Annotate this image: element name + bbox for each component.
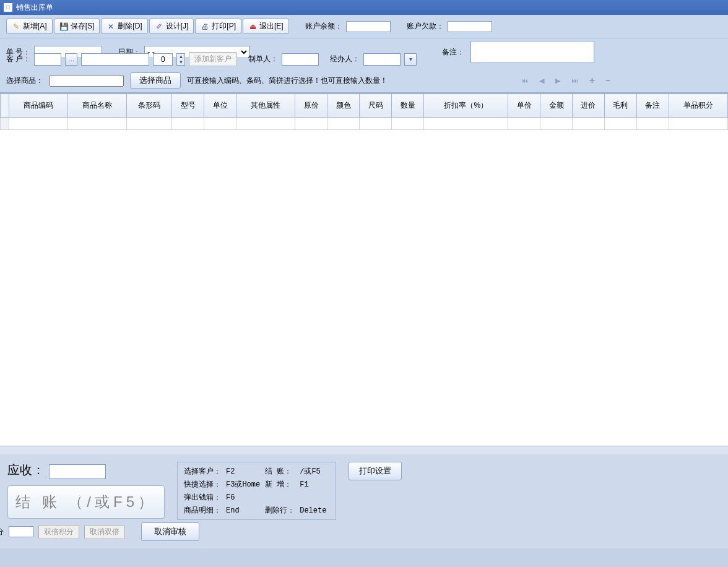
hint-detail-k: 商品明细：	[184, 505, 221, 516]
handler-label: 经办人：	[330, 54, 360, 64]
delete-label: 删除[D]	[118, 21, 142, 32]
add-customer-button: 添加新客户	[189, 52, 237, 66]
record-nav: ⏮ ◀ ▶ ⏭ ✚ ━	[521, 77, 610, 85]
double-points-button: 双倍积分	[38, 525, 79, 539]
grid-area: 商品编码 商品名称 条形码 型号 单位 其他属性 原价 颜色 尺码 数量 折扣率…	[0, 93, 728, 446]
cancel-audit-button[interactable]: 取消审核	[141, 522, 199, 541]
col-color[interactable]: 颜色	[327, 94, 360, 118]
handler-lookup-button[interactable]: ▾	[404, 53, 417, 66]
hint-new-k: 新 增：	[265, 479, 295, 490]
nav-next-icon[interactable]: ▶	[555, 77, 560, 85]
quantity-input[interactable]	[153, 53, 173, 66]
hint-quick-v: F3或Home	[226, 479, 260, 490]
delete-button[interactable]: ✕ 删除[D]	[101, 19, 147, 34]
app-icon: □	[4, 3, 12, 12]
balance-field[interactable]	[346, 21, 391, 32]
col-profit[interactable]: 毛利	[604, 94, 636, 118]
receivable-label: 应收：	[7, 463, 45, 477]
nav-prev-icon[interactable]: ◀	[539, 77, 544, 85]
print-icon: 🖨	[201, 22, 209, 31]
hint-select-customer-v: F2	[226, 467, 260, 476]
creator-input[interactable]	[282, 53, 319, 66]
hint-delrow-k: 删除行：	[265, 505, 295, 516]
customer-lookup-button[interactable]: …	[65, 53, 77, 66]
design-label: 设计[J]	[166, 21, 189, 32]
hint-quick-k: 快捷选择：	[184, 479, 221, 490]
col-unit-price[interactable]: 单价	[508, 94, 540, 118]
bottom-panel: 应收： 结 账 （/或F5） 选择客户： F2 结 账： /或F5 快捷选择： …	[0, 454, 728, 548]
receivable-input[interactable]	[49, 464, 106, 479]
col-size[interactable]: 尺码	[360, 94, 392, 118]
receivable-block: 应收： 结 账 （/或F5）	[7, 462, 165, 519]
hint-select-customer-k: 选择客户：	[184, 466, 221, 477]
save-button[interactable]: 💾 保存[S]	[54, 19, 100, 34]
col-product-code[interactable]: 商品编码	[9, 94, 68, 118]
exit-icon: ⏏	[248, 22, 257, 31]
owed-label: 账户欠款：	[407, 21, 444, 32]
delete-icon: ✕	[106, 22, 115, 31]
col-product-name[interactable]: 商品名称	[68, 94, 127, 118]
hint-detail-v: End	[226, 506, 260, 515]
print-setup-button[interactable]: 打印设置	[349, 462, 402, 480]
table-row[interactable]	[1, 118, 728, 130]
nav-add-icon[interactable]: ✚	[589, 77, 595, 85]
new-button[interactable]: ✎ 新增[A]	[6, 19, 53, 34]
checkout-button[interactable]: 结 账 （/或F5）	[7, 485, 165, 519]
quantity-spinner[interactable]: ▲▼	[176, 53, 185, 66]
select-product-hint: 可直接输入编码、条码、简拼进行选择！也可直接输入数量！	[187, 76, 388, 86]
items-table[interactable]: 商品编码 商品名称 条形码 型号 单位 其他属性 原价 颜色 尺码 数量 折扣率…	[0, 93, 728, 130]
save-label: 保存[S]	[71, 21, 95, 32]
remark-label: 备注：	[442, 47, 464, 58]
select-product-input[interactable]	[50, 75, 124, 87]
exit-button[interactable]: ⏏ 退出[E]	[243, 19, 289, 34]
row-header-corner	[1, 94, 9, 118]
nav-remove-icon[interactable]: ━	[606, 77, 610, 85]
col-cost[interactable]: 进价	[573, 94, 605, 118]
col-amount[interactable]: 金额	[540, 94, 573, 118]
design-button[interactable]: ✐ 设计[J]	[149, 19, 194, 34]
hint-checkout-k: 结 账：	[265, 466, 295, 477]
bill-points-label: 本单积分	[0, 527, 4, 537]
grid-footer	[0, 446, 728, 454]
hint-cashbox-v: F6	[226, 493, 260, 502]
audit-row: 本单积分 双倍积分 取消双倍 取消审核	[0, 522, 336, 541]
shortcuts-box: 选择客户： F2 结 账： /或F5 快捷选择： F3或Home 新 增： F1…	[177, 462, 336, 520]
owed-field[interactable]	[448, 21, 492, 32]
hint-checkout-v: /或F5	[300, 466, 329, 477]
hint-delrow-v: Delete	[300, 506, 329, 515]
handler-input[interactable]	[363, 53, 401, 66]
window-title: 销售出库单	[16, 2, 53, 13]
new-icon: ✎	[12, 22, 20, 31]
col-barcode[interactable]: 条形码	[127, 94, 172, 118]
balance-label: 账户余额：	[305, 21, 342, 32]
form-row-2: 客 户： … ▲▼ 添加新客户 制单人： 经办人： ▾	[0, 52, 728, 69]
col-qty[interactable]: 数量	[392, 94, 424, 118]
customer-code-input[interactable]	[34, 53, 61, 66]
hint-cashbox-k: 弹出钱箱：	[184, 492, 221, 503]
col-other-attr[interactable]: 其他属性	[236, 94, 295, 118]
design-icon: ✐	[155, 22, 163, 31]
col-orig-price[interactable]: 原价	[295, 94, 327, 118]
select-product-label: 选择商品：	[6, 76, 43, 86]
new-label: 新增[A]	[23, 21, 47, 32]
cancel-double-button: 取消双倍	[84, 525, 125, 539]
col-remark[interactable]: 备注	[636, 94, 669, 118]
col-model[interactable]: 型号	[172, 94, 204, 118]
nav-last-icon[interactable]: ⏭	[571, 77, 578, 85]
customer-label: 客 户：	[6, 54, 30, 64]
print-button[interactable]: 🖨 打印[P]	[195, 19, 241, 34]
save-icon: 💾	[59, 22, 68, 31]
col-unit[interactable]: 单位	[204, 94, 236, 118]
nav-first-icon[interactable]: ⏮	[521, 77, 528, 85]
remark-textarea[interactable]	[470, 41, 594, 63]
bill-points-input[interactable]	[9, 526, 33, 537]
col-discount[interactable]: 折扣率（%）	[424, 94, 508, 118]
toolbar: ✎ 新增[A] 💾 保存[S] ✕ 删除[D] ✐ 设计[J] 🖨 打印[P] …	[0, 15, 728, 38]
print-label: 打印[P]	[212, 21, 236, 32]
select-product-button[interactable]: 选择商品	[130, 72, 181, 89]
select-product-row: 选择商品： 选择商品 可直接输入编码、条码、简拼进行选择！也可直接输入数量！ ⏮…	[0, 69, 728, 93]
col-item-points[interactable]: 单品积分	[669, 94, 727, 118]
exit-label: 退出[E]	[259, 21, 284, 32]
customer-name-input[interactable]	[81, 53, 149, 66]
creator-label: 制单人：	[248, 54, 278, 64]
